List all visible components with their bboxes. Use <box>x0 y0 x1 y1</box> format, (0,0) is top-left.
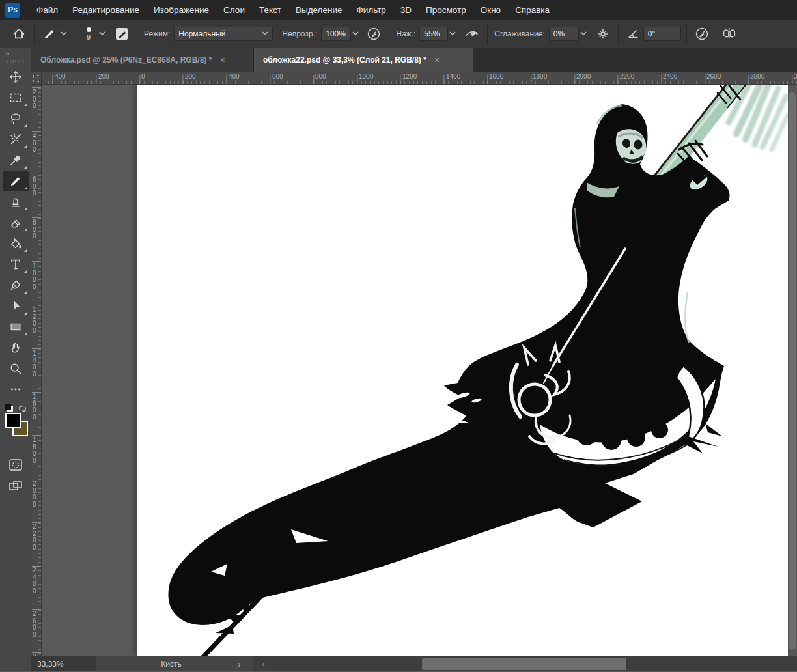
eraser-tool[interactable] <box>3 212 29 233</box>
tab-2-title: обложка22.psd @ 33,3% (Слой 21, RGB/8) * <box>263 55 426 64</box>
v-ruler-label: 2400 <box>33 567 40 595</box>
opacity-value: 100% <box>326 29 346 38</box>
h-ruler-label: 400 <box>229 73 240 80</box>
ruler-origin-corner[interactable] <box>31 72 42 85</box>
lasso-tool[interactable] <box>3 108 29 129</box>
zoom-tool[interactable] <box>3 358 29 379</box>
airbrush-icon[interactable] <box>692 24 712 44</box>
menu-item-10[interactable]: Справка <box>508 0 557 20</box>
h-ruler-label: 2000 <box>576 73 591 80</box>
paint-bucket-tool[interactable] <box>3 233 29 254</box>
flyout-indicator <box>24 145 27 148</box>
smoothing-input[interactable]: 0% <box>549 27 579 41</box>
menu-item-9[interactable]: Окно <box>473 0 508 20</box>
brush-preset-chevron-icon[interactable] <box>59 30 68 38</box>
opacity-chevron-icon[interactable] <box>351 30 360 38</box>
tab-document-1[interactable]: Обложка.psd @ 25% (P6Nz_EC868A, RGB/8) *… <box>31 48 254 72</box>
opacity-input[interactable]: 100% <box>321 27 351 41</box>
menu-item-6[interactable]: Фильтр <box>349 0 393 20</box>
photoshop-logo[interactable]: Ps <box>5 3 20 18</box>
document-canvas[interactable] <box>137 85 788 656</box>
canvas-artwork <box>137 85 788 656</box>
object-selection-tool[interactable] <box>3 129 29 150</box>
blend-mode-value: Нормальный <box>178 29 225 38</box>
brush-picker-chevron-icon[interactable] <box>98 30 107 38</box>
scroll-left-icon[interactable]: ‹ <box>262 659 264 669</box>
move-tool[interactable] <box>3 66 29 87</box>
v-ruler-label: 1400 <box>33 350 40 378</box>
h-ruler-label: 200 <box>98 73 109 80</box>
status-tool-name: Кисть <box>161 660 181 669</box>
clone-stamp-tool[interactable] <box>3 191 29 212</box>
menu-item-1[interactable]: Редактирование <box>65 0 147 20</box>
brush-settings-panel-icon[interactable] <box>112 24 132 44</box>
smoothing-value: 0% <box>553 29 565 38</box>
eyedropper-tool[interactable] <box>3 150 29 171</box>
smoothing-gear-icon[interactable] <box>593 24 613 44</box>
pasteboard <box>42 85 788 656</box>
tab-document-2[interactable]: обложка22.psd @ 33,3% (Слой 21, RGB/8) *… <box>254 48 473 72</box>
menu-item-0[interactable]: Файл <box>29 0 65 20</box>
flyout-indicator <box>24 187 27 189</box>
more-tools[interactable] <box>3 379 29 400</box>
brush-angle-icon <box>624 24 643 44</box>
h-ruler-label: 1600 <box>489 73 503 80</box>
toolbar-expand-icon[interactable]: » <box>0 48 10 57</box>
blend-mode-select[interactable]: Нормальный <box>174 27 273 41</box>
smoothing-chevron-icon[interactable] <box>579 30 588 38</box>
marquee-tool[interactable] <box>3 87 29 108</box>
flyout-indicator <box>24 333 27 335</box>
menu-item-8[interactable]: Просмотр <box>419 0 473 20</box>
h-ruler-label: 400 <box>55 73 66 80</box>
h-ruler-label: 1000 <box>359 73 373 80</box>
menu-item-7[interactable]: 3D <box>393 0 419 20</box>
tab-1-close-icon[interactable]: × <box>219 55 225 65</box>
menu-item-5[interactable]: Выделение <box>288 0 350 20</box>
h-ruler-label: 200 <box>185 73 196 80</box>
menu-item-3[interactable]: Слои <box>216 0 252 20</box>
h-ruler-label: 1400 <box>446 73 460 80</box>
tab-1-title: Обложка.psd @ 25% (P6Nz_EC868A, RGB/8) * <box>40 55 212 64</box>
flow-pressure-icon[interactable] <box>462 24 482 44</box>
foreground-color-swatch[interactable] <box>5 413 21 428</box>
v-ruler-label: 800 <box>33 219 40 240</box>
v-ruler-label: 400 <box>33 133 40 154</box>
mode-label: Режим: <box>144 29 170 38</box>
v-ruler-label: 1600 <box>33 393 40 421</box>
opacity-label: Непрозр.: <box>282 29 317 38</box>
status-tool-info[interactable]: Кисть › <box>96 656 246 672</box>
vertical-scrollbar[interactable] <box>788 85 797 656</box>
status-flyout-icon[interactable]: › <box>238 659 241 669</box>
menu-item-4[interactable]: Текст <box>252 0 288 20</box>
vertical-scrollbar-thumb[interactable] <box>789 92 796 649</box>
toolbar-grip[interactable] <box>7 60 24 63</box>
flyout-indicator <box>24 312 27 315</box>
screen-mode-button[interactable] <box>3 475 29 496</box>
flow-input[interactable]: 55% <box>419 27 448 41</box>
brush-size-preview[interactable]: 9 <box>79 27 98 40</box>
path-selection-tool[interactable] <box>3 296 29 316</box>
opacity-pressure-icon[interactable] <box>364 24 384 44</box>
pen-tool[interactable] <box>3 275 29 296</box>
quick-mask-button[interactable] <box>3 455 29 475</box>
zoom-level-field[interactable]: 33,33% <box>31 656 96 672</box>
brush-angle-input[interactable]: 0° <box>643 27 681 41</box>
zoom-level-value: 33,33% <box>37 660 64 669</box>
h-ruler-label: 2800 <box>750 73 764 80</box>
horizontal-scrollbar[interactable]: ‹ <box>253 656 797 672</box>
rectangle-tool[interactable] <box>3 316 29 337</box>
horizontal-scrollbar-thumb[interactable] <box>422 658 626 670</box>
brush-tool-preset-icon[interactable] <box>40 24 59 44</box>
brush-angle-value: 0° <box>648 29 655 38</box>
vertical-ruler[interactable]: 2004006008001000120014001600180020002200… <box>31 85 42 656</box>
menu-item-2[interactable]: Изображение <box>147 0 216 20</box>
brush-tool[interactable] <box>3 171 29 191</box>
v-ruler-label: 1200 <box>33 307 40 334</box>
paint-symmetry-icon[interactable] <box>720 24 739 44</box>
home-icon[interactable] <box>9 24 29 44</box>
type-tool[interactable] <box>3 254 29 275</box>
hand-tool[interactable] <box>3 337 29 358</box>
tab-2-close-icon[interactable]: × <box>434 55 440 65</box>
horizontal-ruler[interactable]: 4002000200400600800100012001400160018002… <box>42 72 797 85</box>
flow-chevron-icon[interactable] <box>448 30 457 38</box>
